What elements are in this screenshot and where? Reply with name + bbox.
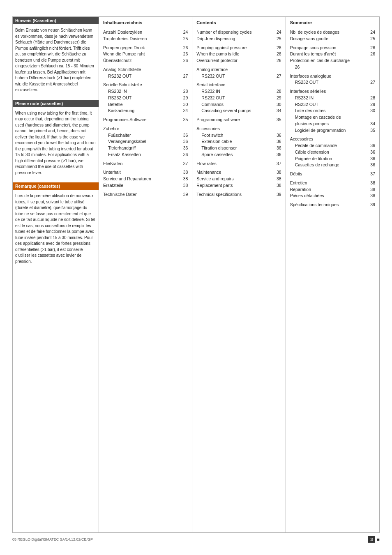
toc-entry-page: 38 [274,176,281,182]
toc-entry-title: Commands [201,101,274,108]
toc-entry-title: Unterhalt [103,169,180,176]
toc-entry-page: 38 [180,176,188,182]
toc-entry-page: 39 [368,202,375,208]
toc-entry-page: 25 [274,36,281,42]
toc-entry: Zubehör [103,126,188,132]
toc-entry-title: RS232 IN [201,88,274,95]
toc-entry-title: Accessoires [290,136,368,143]
toc-entry-title: Foot switch [201,132,274,139]
toc-entry-page: 27 [274,73,281,80]
toc-english-entries: Number of dispensing cycles24Drip-free d… [196,29,281,198]
toc-entry-page: 26 [180,58,188,64]
toc-entry: Protection en cas de surcharge [290,58,375,64]
toc-entry: Dosage sans goutte25 [290,36,375,42]
toc-entry: Spare-cassettes36 [196,152,281,158]
toc-entry-title: Liste des ordres [295,108,368,114]
toc-entry-page: 36 [368,156,375,162]
toc-entry: Poignée de titration36 [290,156,375,162]
toc-entry-page: 37 [180,161,188,167]
toc-french: Sommaire Nb. de cycles de dosages24Dosag… [286,17,379,532]
toc-entry: Durant les temps d'arrêt26 [290,51,375,58]
toc-entry-page: 28 [368,95,375,101]
toc-entry-page: 36 [180,138,188,145]
toc-entry: Tropfenfreies Dosieren25 [103,36,188,42]
toc-entry-title: Service und Reparaturen [103,176,180,182]
toc-entry-title: Pumping against pressure [196,45,274,51]
toc-entry-page [368,114,375,121]
toc-entry-page: 36 [274,132,281,139]
toc-entry: Fußschalter36 [103,132,188,139]
toc-entry-title: Maintenance [196,169,274,176]
toc-entry-page [274,82,281,88]
toc-entry: Liste des ordres30 [290,108,375,114]
toc-entry: Extension cable36 [196,138,281,145]
toc-entry-page: 39 [180,191,188,198]
toc-entry-title: Ersatz-Kassetten [108,152,180,158]
toc-entry: RS232 IN28 [290,95,375,101]
toc-entry-page: 38 [368,187,375,193]
toc-entry: Analog interface [196,67,281,73]
toc-entry-title: Analog interface [196,67,274,73]
toc-entry-title: Anzahl Dosierzyklen [103,29,180,36]
toc-entry: Technical specifications39 [196,191,281,198]
toc-entry-title: Montage en cascade de [295,114,368,121]
toc-entry-title: Pumpen gegen Druck [103,45,180,51]
toc-entry-page: 36 [368,143,375,149]
remarque-header: Remarque (cassettes) [13,182,99,190]
toc-entry: Fließraten37 [103,161,188,167]
toc-entry-page [368,88,375,95]
toc-entry: Befehle30 [103,101,188,108]
toc-entry-title: RS232 OUT [295,101,368,108]
footer: 05 REGLO Digital/ISMATEC SA/14.12.02/CB/… [12,533,380,543]
toc-entry-page: 25 [180,36,188,42]
toc-entry-title: Verlängerungskabel [108,138,180,145]
toc-entry: Ersatz-Kassetten36 [103,152,188,158]
page-number: 3 [368,536,375,543]
toc-entry-title: Titration dispenser [201,145,274,152]
toc-entry-page: 36 [180,132,188,139]
toc-entry-page [180,126,188,132]
hinweis-body: Beim Einsatz von neuen Schläuchen kann e… [13,24,99,97]
toc-entry: Unterhalt38 [103,169,188,176]
toc-entry-page: 38 [274,182,281,189]
toc-entry-page: 38 [368,193,375,199]
toc-entry: Cassettes de rechange36 [290,162,375,168]
toc-entry-title: Programming software [196,117,274,123]
footer-copyright: 05 REGLO Digital/ISMATEC SA/14.12.02/CB/… [12,537,93,541]
toc-entry: Number of dispensing cycles24 [196,29,281,36]
toc-entry: Montage en cascade de [290,114,375,121]
toc-entry-title: Replacement parts [196,182,274,189]
toc-entry-page [180,82,188,88]
toc-entry: Pumpen gegen Druck26 [103,45,188,51]
toc-entry-page: 24 [274,29,281,36]
toc-entry-title: RS232 OUT [108,95,180,101]
toc-entry: Entretien38 [290,180,375,187]
toc-entry-page: 38 [180,182,188,189]
toc-entry: Débits37 [290,171,375,177]
footer-page: 3 ■ [368,536,380,543]
toc-entry: Logiciel de programmation35 [290,127,375,134]
toc-entry-page: 30 [368,108,375,114]
toc-entry-page: 36 [368,162,375,168]
toc-entry-page [274,67,281,73]
toc-entry-title: Poignée de titration [295,156,368,162]
toc-entry-page: 36 [368,149,375,156]
toc-entry: Anzahl Dosierzyklen24 [103,29,188,36]
left-column: Hinweis (Kassetten) Beim Einsatz von neu… [13,17,99,532]
toc-entry-page: 26 [368,51,375,58]
toc-entry: Serial interface [196,82,281,88]
toc-entry: RS232 OUT29 [103,95,188,101]
toc-entry-page [368,136,375,143]
toc-entry-title: Programmier-Software [103,117,180,123]
toc-entry-page: 38 [368,180,375,187]
toc-entry-title: Réparation [290,187,368,193]
toc-entry-page: 36 [274,152,281,158]
toc-entry: RS232 OUT29 [290,101,375,108]
toc-entry: Spécifications techniques39 [290,202,375,208]
toc-entry-page: 28 [274,88,281,95]
toc-entry-page: 26 [274,51,281,58]
toc-entry-page: 38 [274,169,281,176]
toc-entry-title: Extension cable [201,138,274,145]
toc-entry: Nb. de cycles de dosages24 [290,29,375,36]
please-note-header: Please note (cassettes) [13,100,99,107]
